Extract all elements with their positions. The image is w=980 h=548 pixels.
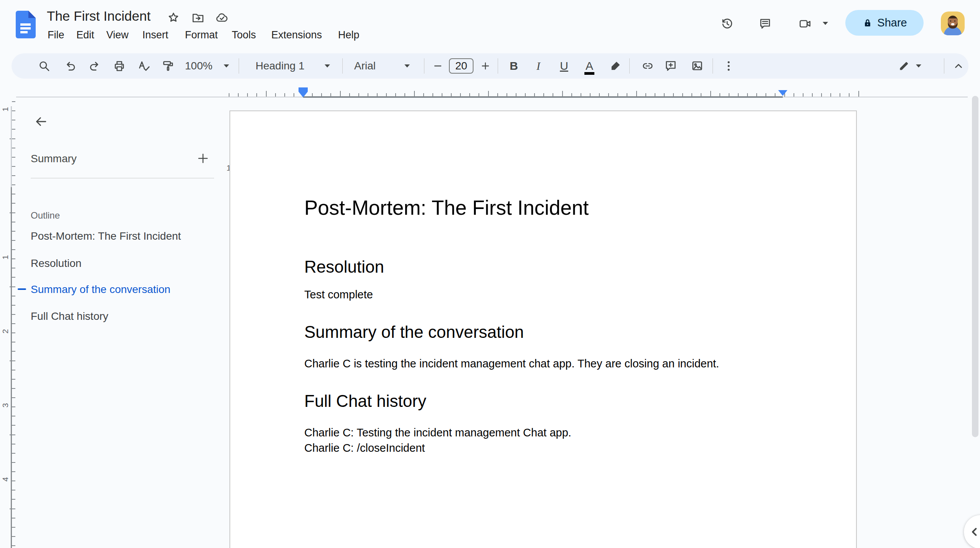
zoom-select[interactable]: 100% (185, 53, 213, 79)
doc-heading-resolution: Resolution (304, 257, 384, 276)
sidebar-divider (31, 178, 214, 178)
menu-extensions[interactable]: Extensions (271, 29, 322, 41)
redo-button[interactable] (88, 53, 102, 79)
zoom-caret[interactable] (224, 64, 229, 67)
doc-heading-summary: Summary of the conversation (304, 323, 524, 342)
meet-video-icon[interactable] (798, 17, 812, 31)
menu-edit[interactable]: Edit (76, 29, 94, 41)
ruler-number: 1 (1, 252, 10, 263)
editing-mode-button[interactable] (897, 53, 911, 79)
menu-tools[interactable]: Tools (232, 29, 256, 41)
doc-paragraph: Test complete (304, 287, 373, 302)
docs-logo-icon[interactable] (16, 11, 36, 38)
cloud-status-icon[interactable] (215, 11, 229, 25)
star-icon[interactable] (167, 11, 180, 25)
document-outline-panel: Summary Outline Post-Mortem: The First I… (16, 98, 226, 548)
chevron-left-icon (967, 524, 980, 540)
move-folder-icon[interactable] (191, 11, 205, 25)
ruler-baseline-text-area (303, 96, 783, 98)
ruler-number: 3 (1, 400, 10, 411)
styles-select[interactable]: Heading 1 (256, 53, 305, 79)
horizontal-ruler[interactable]: 1 1 2 3 4 5 6 7 (0, 78, 980, 98)
close-outline-button[interactable] (34, 114, 48, 129)
print-button[interactable] (112, 53, 126, 79)
toolbar-divider (713, 58, 713, 74)
ruler-number: 2 (1, 326, 10, 337)
outline-item-full-chat[interactable]: Full Chat history (31, 310, 108, 323)
document-page[interactable]: Post-Mortem: The First Incident Resoluti… (229, 110, 857, 548)
account-avatar[interactable] (941, 12, 965, 35)
toolbar-divider (944, 58, 944, 74)
font-size-input[interactable]: 20 (449, 58, 474, 74)
bold-button[interactable]: B (508, 53, 520, 79)
outline-active-marker (18, 288, 26, 290)
insert-image-button[interactable] (690, 53, 704, 79)
ruler-baseline (16, 97, 303, 97)
meet-dropdown-caret[interactable] (823, 22, 828, 25)
toolbar-divider (342, 58, 343, 74)
increase-font-size-button[interactable] (479, 53, 492, 79)
first-line-indent-marker[interactable] (299, 92, 308, 97)
search-menus-button[interactable] (37, 53, 51, 79)
google-docs-window: The First Incident File Edit View Insert… (0, 0, 980, 548)
editing-mode-caret[interactable] (916, 64, 921, 67)
comments-icon[interactable] (758, 17, 772, 31)
italic-button[interactable]: I (532, 53, 544, 79)
highlight-color-button[interactable] (609, 53, 622, 79)
add-summary-button[interactable] (196, 151, 210, 166)
insert-link-button[interactable] (641, 53, 655, 79)
undo-button[interactable] (63, 53, 77, 79)
version-history-icon[interactable] (720, 17, 734, 31)
doc-chat-line: Charlie C: /closeIncident (304, 440, 425, 456)
lock-icon (862, 17, 873, 29)
font-caret[interactable] (404, 64, 410, 67)
ruler-number: 1 (1, 104, 10, 115)
share-button[interactable]: Share (845, 10, 924, 36)
menu-view[interactable]: View (106, 29, 129, 41)
menu-insert[interactable]: Insert (142, 29, 168, 41)
outline-item-post-mortem[interactable]: Post-Mortem: The First Incident (31, 230, 181, 242)
toolbar-divider (629, 58, 630, 74)
right-indent-marker[interactable] (778, 90, 787, 96)
decrease-font-size-button[interactable] (432, 53, 444, 79)
hide-menus-button[interactable] (952, 53, 965, 79)
styles-caret[interactable] (325, 64, 330, 67)
ruler-number: 4 (1, 474, 10, 485)
vertical-ruler[interactable]: 1 1 2 3 4 (0, 98, 16, 548)
spell-check-button[interactable] (137, 53, 151, 79)
summary-heading: Summary (31, 153, 77, 165)
ruler-baseline (783, 97, 968, 97)
font-select[interactable]: Arial (354, 53, 376, 79)
share-button-label: Share (877, 16, 907, 29)
toolbar: 100% Heading 1 Arial 20 B I U A (12, 53, 968, 79)
v-ruler-margin-bar (11, 106, 12, 187)
toolbar-divider (239, 58, 239, 74)
outline-heading: Outline (31, 210, 60, 221)
menu-help[interactable]: Help (338, 29, 360, 41)
add-comment-button[interactable] (664, 53, 678, 79)
toolbar-divider (498, 58, 498, 74)
v-ruler-text-bar (11, 187, 12, 548)
more-options-button[interactable] (722, 53, 736, 79)
vertical-scrollbar[interactable] (972, 96, 978, 437)
document-title[interactable]: The First Incident (47, 8, 150, 24)
text-color-button[interactable]: A (582, 53, 597, 79)
paint-format-button[interactable] (161, 53, 175, 79)
doc-chat-line: Charlie C: Testing the incident manageme… (304, 425, 571, 440)
left-margin-marker[interactable] (299, 87, 308, 92)
show-side-panel-button[interactable] (964, 515, 980, 548)
outline-item-summary[interactable]: Summary of the conversation (31, 283, 170, 296)
doc-heading-1: Post-Mortem: The First Incident (304, 196, 589, 219)
toolbar-divider (424, 58, 424, 74)
doc-paragraph: Charlie C is testing the incident manage… (304, 356, 719, 371)
doc-heading-chat: Full Chat history (304, 392, 426, 411)
outline-item-resolution[interactable]: Resolution (31, 257, 81, 270)
underline-button[interactable]: U (558, 53, 570, 79)
menu-file[interactable]: File (48, 29, 64, 41)
menu-format[interactable]: Format (185, 29, 218, 41)
